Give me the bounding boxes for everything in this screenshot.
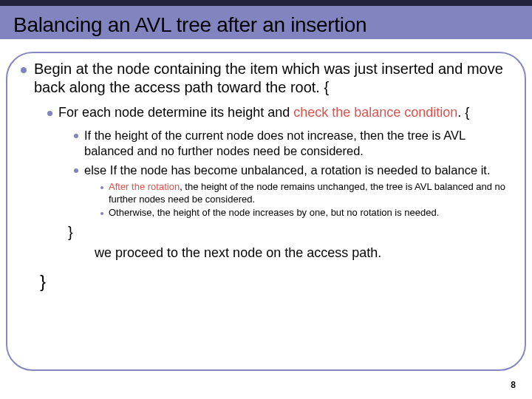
lvl2-c: . { [457, 105, 469, 120]
lvl4-1a-accent: After the rotation [109, 181, 180, 192]
lvl2-b-accent: check the balance condition [293, 105, 457, 120]
bullet-lvl2: For each node determine its height and c… [47, 104, 510, 121]
lvl1-text: Begin at the node containing the item wh… [34, 60, 510, 97]
lvl4-2-text: Otherwise, the height of the node increa… [109, 207, 439, 219]
bullet-dot-icon [74, 134, 78, 138]
slide: Balancing an AVL tree after an insertion… [0, 0, 532, 399]
slide-title: Balancing an AVL tree after an insertion [13, 13, 366, 37]
lvl2-a: For each node determine its height and [58, 105, 293, 120]
bullet-dot-icon [100, 212, 103, 215]
bullet-lvl4-2: Otherwise, the height of the node increa… [100, 207, 510, 219]
lvl4-1-text: After the rotation, the height of the no… [109, 181, 510, 205]
close-brace-inner: } [68, 224, 510, 241]
content: Begin at the node containing the item wh… [21, 60, 510, 362]
lvl2-text: For each node determine its height and c… [58, 104, 469, 121]
close-brace-outer: } [40, 271, 510, 292]
bullet-dot-icon [47, 111, 52, 116]
bullet-dot-icon [100, 186, 103, 189]
bullet-dot-icon [74, 168, 78, 173]
lvl3-1-text: If the height of the current node does n… [84, 128, 510, 158]
bullet-lvl1: Begin at the node containing the item wh… [21, 60, 510, 97]
bullet-lvl4-1: After the rotation, the height of the no… [100, 181, 510, 205]
lvl3-2-text: else If the node has become unbalanced, … [84, 163, 490, 178]
bullet-dot-icon [21, 67, 27, 73]
bullet-lvl3-1: If the height of the current node does n… [74, 128, 510, 158]
content-bubble: Begin at the node containing the item wh… [6, 52, 526, 371]
bullet-lvl3-2: else If the node has become unbalanced, … [74, 163, 510, 178]
page-number: 8 [511, 380, 516, 390]
proceed-text: we proceed to the next node on the acces… [95, 245, 510, 261]
